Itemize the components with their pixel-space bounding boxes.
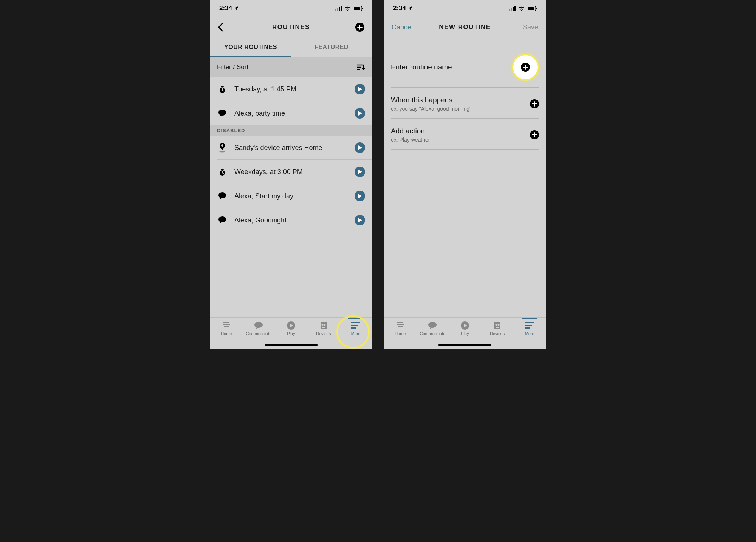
routine-row[interactable]: Alexa, Start my day — [210, 184, 372, 208]
enter-name-label: Enter routine name — [391, 63, 507, 71]
speech-icon — [217, 191, 228, 201]
routine-row[interactable]: Weekdays, at 3:00 PM — [210, 160, 372, 184]
when-title: When this happens — [391, 96, 525, 104]
routines-list: Tuesday, at 1:45 PM Alexa, party time DI… — [210, 77, 372, 317]
location-arrow-icon — [407, 6, 413, 11]
svg-point-23 — [254, 322, 263, 328]
svg-rect-37 — [536, 8, 537, 9]
svg-rect-40 — [398, 326, 403, 327]
filter-sort-label: Filter / Sort — [217, 63, 248, 71]
add-action-button[interactable] — [530, 130, 539, 139]
play-button[interactable] — [355, 191, 365, 201]
svg-rect-48 — [525, 325, 532, 326]
back-icon[interactable] — [218, 23, 223, 32]
add-routine-button[interactable] — [355, 23, 364, 32]
routine-label: Alexa, Start my day — [234, 192, 348, 200]
svg-rect-49 — [525, 327, 530, 329]
svg-point-17 — [218, 192, 226, 198]
action-row[interactable]: Add action ex. Play weather — [384, 119, 546, 150]
tab-your-routines[interactable]: YOUR ROUTINES — [210, 38, 291, 57]
battery-icon — [353, 6, 363, 11]
play-button[interactable] — [355, 84, 365, 94]
svg-rect-29 — [351, 325, 358, 326]
when-row[interactable]: When this happens ex. you say "Alexa, go… — [384, 88, 546, 119]
routine-label: Alexa, Goodnight — [234, 216, 348, 224]
svg-rect-31 — [509, 9, 510, 11]
play-button[interactable] — [355, 215, 365, 225]
cancel-button[interactable]: Cancel — [392, 23, 413, 31]
svg-rect-22 — [225, 329, 228, 329]
when-sub: ex. you say "Alexa, good morning" — [391, 106, 525, 112]
svg-rect-30 — [351, 327, 356, 329]
svg-point-18 — [218, 216, 226, 222]
routine-row[interactable]: Alexa, party time — [210, 101, 372, 125]
routine-row[interactable]: Alexa, Goodnight — [210, 208, 372, 232]
tab-home[interactable]: Home — [210, 318, 243, 349]
routine-label: Weekdays, at 3:00 PM — [234, 168, 348, 176]
speech-icon — [217, 108, 228, 119]
play-button[interactable] — [355, 108, 365, 119]
status-bar: 2:34 — [210, 0, 372, 17]
svg-rect-32 — [511, 8, 512, 11]
tab-more[interactable]: More — [339, 318, 372, 349]
add-trigger-button[interactable] — [530, 99, 539, 108]
home-indicator — [265, 344, 318, 346]
page-title: ROUTINES — [240, 23, 342, 31]
svg-point-42 — [428, 322, 437, 328]
svg-point-12 — [219, 151, 225, 153]
svg-rect-2 — [339, 7, 340, 11]
status-time: 2:34 — [393, 5, 406, 12]
svg-rect-20 — [223, 324, 230, 325]
right-phone: 2:34 Cancel NEW ROUTINE Save Enter routi… — [384, 0, 546, 349]
tab-bar: Home Communicate Play Devices More — [384, 317, 546, 349]
save-button[interactable]: Save — [523, 23, 538, 31]
wifi-icon — [344, 6, 351, 11]
routine-row[interactable]: Tuesday, at 1:45 PM — [210, 77, 372, 101]
svg-rect-0 — [335, 9, 336, 11]
svg-point-13 — [221, 169, 224, 170]
location-arrow-icon — [234, 6, 239, 11]
status-bar: 2:34 — [384, 0, 546, 17]
disabled-header: DISABLED — [210, 125, 372, 136]
nav-bar: ROUTINES — [210, 17, 372, 38]
new-routine-list: Enter routine name When this happens ex.… — [384, 38, 546, 317]
svg-rect-46 — [496, 327, 499, 328]
svg-rect-5 — [354, 7, 360, 10]
highlight-ring — [512, 54, 539, 81]
routine-row[interactable]: Sandy's device arrives Home — [210, 136, 372, 160]
action-sub: ex. Play weather — [391, 137, 525, 143]
tabs: YOUR ROUTINES FEATURED — [210, 38, 372, 57]
svg-rect-34 — [514, 6, 516, 11]
svg-point-26 — [324, 324, 325, 326]
svg-rect-27 — [322, 327, 325, 328]
page-title: NEW ROUTINE — [414, 23, 516, 31]
tab-home[interactable]: Home — [384, 318, 417, 349]
pin-icon — [217, 142, 228, 153]
signal-icon — [335, 6, 342, 11]
play-button[interactable] — [355, 167, 365, 177]
signal-icon — [509, 6, 516, 11]
status-time: 2:34 — [219, 5, 232, 12]
svg-rect-38 — [397, 322, 403, 323]
play-button[interactable] — [355, 142, 365, 153]
svg-rect-19 — [223, 322, 229, 323]
speech-icon — [217, 215, 228, 225]
wifi-icon — [518, 6, 525, 11]
filter-sort-row[interactable]: Filter / Sort — [210, 57, 372, 77]
routine-label: Sandy's device arrives Home — [234, 144, 348, 152]
tab-featured[interactable]: FEATURED — [291, 38, 372, 57]
svg-point-45 — [497, 324, 499, 326]
enter-name-row[interactable]: Enter routine name — [384, 45, 546, 88]
alarm-icon — [217, 84, 228, 94]
left-phone: 2:34 ROUTINES YOUR ROUTINES FEATURED Fil… — [210, 0, 372, 349]
routine-label: Tuesday, at 1:45 PM — [234, 85, 348, 93]
home-indicator — [438, 344, 491, 346]
svg-point-11 — [218, 110, 226, 116]
svg-rect-21 — [224, 326, 229, 327]
svg-rect-33 — [513, 7, 514, 11]
action-title: Add action — [391, 127, 525, 135]
battery-icon — [527, 6, 537, 11]
sort-icon — [357, 64, 365, 71]
tab-more[interactable]: More — [513, 318, 546, 349]
add-name-button[interactable] — [521, 63, 530, 72]
